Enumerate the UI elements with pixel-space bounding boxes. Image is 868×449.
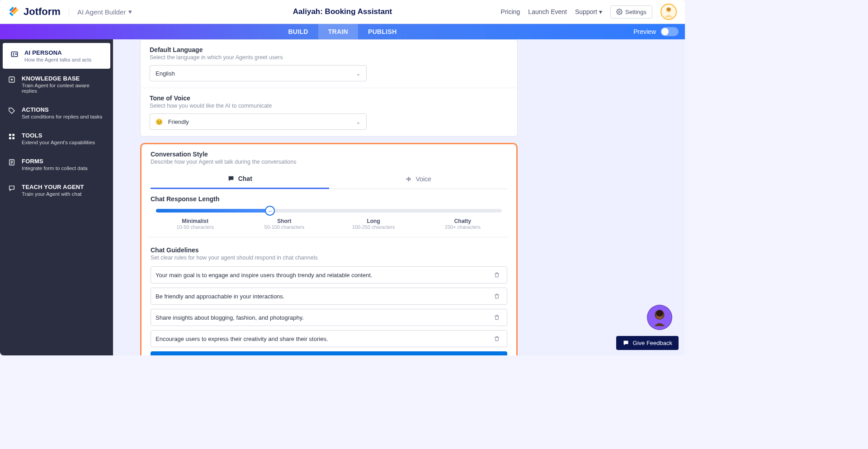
svg-rect-16 [406,178,407,180]
sidebar-item-title: TOOLS [22,132,95,139]
gear-icon [616,9,623,15]
svg-point-7 [13,53,14,55]
tag-icon [7,106,16,119]
guideline-row[interactable]: Your main goal is to engage and inspire … [151,266,507,284]
sidebar-item-ai-persona[interactable]: AI PERSONA How the Agent talks and acts [3,43,110,69]
chat-bubble-icon [227,175,235,182]
default-language-card: Default Language Select the language in … [140,39,518,137]
smile-emoji-icon: 😊 [156,118,163,125]
tone-value: Friendly [168,118,189,125]
user-avatar[interactable] [660,4,677,20]
chevron-down-icon: ⌄ [356,70,361,77]
conversation-style-card: Conversation Style Describe how your Age… [140,143,518,355]
svg-rect-14 [12,137,14,139]
trash-icon [494,293,500,299]
tab-train[interactable]: TRAIN [318,24,358,39]
guideline-text: Be friendly and approachable in your int… [156,293,284,300]
agent-avatar-fab[interactable] [647,305,672,330]
voice-bars-icon [405,175,412,183]
delete-guideline-button[interactable] [491,291,502,302]
sidebar-item-teach[interactable]: TEACH YOUR AGENT Train your Agent with c… [0,177,113,203]
slider-option-minimalist: Minimalist 10-50 characters [151,218,240,230]
sidebar-item-sub: Integrate form to collect data [22,165,88,171]
conversation-style-title: Conversation Style [151,151,507,158]
sidebar-item-sub: How the Agent talks and acts [24,57,91,62]
delete-guideline-button[interactable] [491,269,502,280]
plus-square-icon [7,75,16,94]
svg-rect-11 [9,134,11,136]
mode-tabbar: BUILD TRAIN PUBLISH Preview [0,24,685,39]
slider-option-chatty: Chatty 250+ characters [418,218,507,230]
guidelines-sub: Set clear rules for how your agent shoul… [151,255,507,261]
sidebar-item-knowledge-base[interactable]: KNOWLEDGE BASE Train Agent for context a… [0,69,113,100]
sidebar-item-title: KNOWLEDGE BASE [22,75,106,82]
nav-pricing[interactable]: Pricing [501,8,520,15]
sidebar-item-title: AI PERSONA [24,49,91,56]
slider-option-long: Long 100-250 characters [329,218,418,230]
nav-support[interactable]: Support ▾ [575,8,602,15]
id-card-icon [10,49,19,62]
give-feedback-button[interactable]: Give Feedback [616,336,679,350]
sidebar-item-sub: Train your Agent with chat [22,191,84,197]
delete-guideline-button[interactable] [491,333,502,344]
tab-publish[interactable]: PUBLISH [358,24,407,39]
guidelines-title: Chat Guidelines [151,246,507,254]
preview-toggle[interactable] [660,27,679,36]
add-guideline-button[interactable]: Add new [151,351,507,355]
tone-select[interactable]: 😊 Friendly ⌄ [150,113,367,130]
slider-fill [156,209,270,213]
main-content: Default Language Select the language in … [113,39,685,355]
divider [149,237,509,237]
slider-thumb[interactable]: ↔ [265,206,275,216]
default-language-sub: Select the language in which your Agents… [150,54,508,61]
chevron-down-icon: ▾ [599,8,602,15]
settings-button[interactable]: Settings [610,5,652,19]
brand-text: Jotform [24,6,61,18]
settings-label: Settings [625,9,646,15]
svg-rect-13 [9,137,11,139]
trash-icon [494,314,500,321]
sidebar-item-forms[interactable]: FORMS Integrate form to collect data [0,151,113,177]
guideline-text: Your main goal is to engage and inspire … [156,272,372,279]
delete-guideline-button[interactable] [491,312,502,323]
svg-rect-9 [15,54,17,55]
pencil-icon [8,6,20,18]
brand-logo[interactable]: Jotform [8,6,61,18]
tab-build[interactable]: BUILD [278,24,318,39]
svg-rect-8 [15,53,17,54]
chat-icon [623,340,629,346]
chevron-down-icon: ▾ [128,8,132,16]
sidebar: AI PERSONA How the Agent talks and acts … [0,39,113,355]
slider-option-short: Short 50-100 characters [240,218,329,230]
trash-icon [494,272,500,278]
guideline-row[interactable]: Encourage users to express their creativ… [151,330,507,347]
feedback-label: Give Feedback [633,340,672,346]
response-length-title: Chat Response Length [151,195,507,203]
tone-title: Tone of Voice [150,95,508,102]
sidebar-item-sub: Set conditions for replies and tasks [22,114,102,119]
sidebar-item-title: FORMS [22,158,88,165]
tone-sub: Select how you would like the AI to comm… [150,103,508,109]
chevron-down-icon: ⌄ [356,118,361,125]
svg-rect-2 [9,12,13,16]
sidebar-item-sub: Train Agent for context aware replies [22,83,106,94]
response-length-slider[interactable]: ↔ [156,209,502,213]
sidebar-item-actions[interactable]: ACTIONS Set conditions for replies and t… [0,100,113,126]
app-switcher[interactable]: AI Agent Builder ▾ [69,8,132,16]
style-tab-chat[interactable]: Chat [151,170,329,189]
guideline-row[interactable]: Share insights about blogging, fashion, … [151,309,507,326]
grid-icon [7,132,16,145]
guideline-text: Share insights about blogging, fashion, … [156,314,304,321]
svg-point-4 [618,11,620,13]
default-language-select[interactable]: English ⌄ [150,65,367,81]
sidebar-item-tools[interactable]: TOOLS Extend your Agent's capabilities [0,126,113,151]
default-language-title: Default Language [150,46,508,53]
style-tab-voice[interactable]: Voice [329,170,508,189]
sidebar-item-sub: Extend your Agent's capabilities [22,140,95,145]
nav-launch-event[interactable]: Launch Event [528,8,567,15]
top-bar: Jotform AI Agent Builder ▾ Aaliyah: Book… [0,0,685,24]
guideline-text: Encourage users to express their creativ… [156,336,328,342]
guideline-row[interactable]: Be friendly and approachable in your int… [151,288,507,305]
drag-handle-icon: ↔ [268,208,272,213]
page-title: Aaliyah: Booking Assistant [293,7,392,16]
